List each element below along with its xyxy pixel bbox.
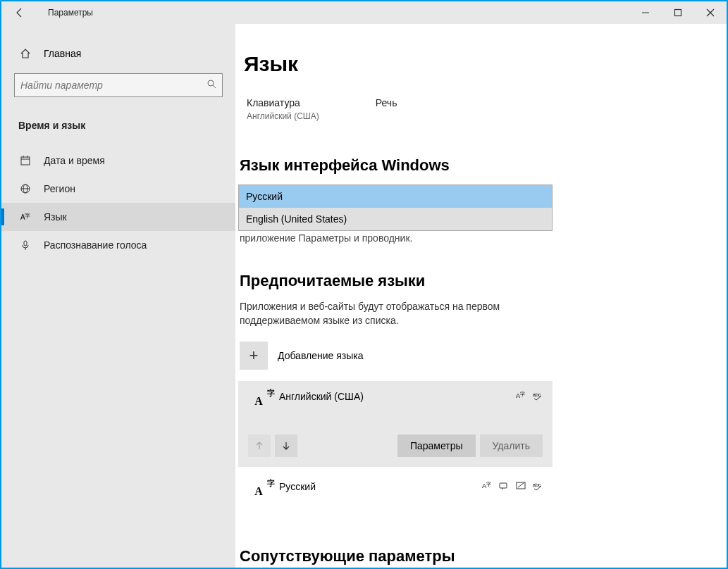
speech-label: Речь [376, 97, 397, 108]
category-heading: Время и язык [1, 111, 235, 139]
search-input[interactable] [20, 80, 206, 91]
display-language-heading: Язык интерфейса Windows [238, 156, 727, 175]
add-language-button[interactable]: + Добавление языка [238, 342, 727, 370]
svg-line-5 [213, 85, 216, 88]
language-card-russian[interactable]: A字 Русский A字 abc [238, 471, 553, 512]
globe-icon [18, 183, 32, 194]
dropdown-option-russian[interactable]: Русский [239, 185, 552, 208]
svg-text:字: 字 [486, 482, 491, 487]
svg-rect-1 [675, 10, 681, 16]
display-lang-icon: A字 [482, 481, 492, 493]
nav-language[interactable]: A字 Язык [1, 203, 235, 231]
truncated-description: приложение Параметры и проводник. [238, 232, 727, 244]
svg-text:abc: abc [533, 482, 541, 487]
home-link[interactable]: Главная [1, 41, 235, 66]
language-name: Английский (США) [279, 391, 516, 402]
handwriting-icon [516, 481, 526, 493]
nav-date-time[interactable]: Дата и время [1, 146, 235, 175]
language-icon: A字 [18, 211, 32, 223]
preferred-languages-heading: Предпочитаемые языки [238, 272, 727, 290]
tts-icon [499, 481, 509, 493]
home-icon [18, 48, 32, 59]
nav-region[interactable]: Регион [1, 175, 235, 203]
dropdown-option-english[interactable]: English (United States) [239, 208, 552, 230]
language-delete-button: Удалить [480, 434, 543, 457]
language-options-button[interactable]: Параметры [397, 434, 476, 457]
home-label: Главная [44, 48, 81, 59]
move-up-button [248, 434, 271, 457]
keyboard-label: Клавиатура [247, 97, 319, 108]
page-title: Язык [238, 52, 727, 76]
nav-label: Регион [44, 183, 75, 194]
language-name: Русский [279, 481, 482, 492]
svg-rect-6 [21, 157, 30, 165]
back-button[interactable] [8, 1, 31, 24]
spellcheck-icon: abc [533, 481, 543, 493]
svg-rect-22 [500, 483, 507, 488]
sidebar: Главная Время и язык Дата и время [1, 24, 235, 568]
language-glyph-icon: A字 [248, 391, 269, 412]
window-title: Параметры [48, 8, 93, 18]
maximize-button[interactable] [662, 1, 694, 24]
preferred-description: Приложения и веб-сайты будут отображатьс… [238, 300, 548, 327]
language-feature-badges: A字 abc [516, 391, 543, 403]
language-card-english[interactable]: A字 Английский (США) A字 abc [238, 381, 553, 467]
minimize-button[interactable] [629, 1, 662, 24]
svg-text:abc: abc [533, 392, 541, 397]
close-button[interactable] [694, 1, 727, 24]
microphone-icon [18, 239, 32, 251]
svg-text:字: 字 [25, 213, 30, 219]
search-icon [206, 79, 216, 92]
keyboard-value: Английский (США) [247, 111, 319, 121]
move-down-button[interactable] [275, 434, 297, 457]
plus-icon: + [240, 342, 268, 370]
related-settings-heading: Сопутствующие параметры [238, 547, 727, 565]
add-language-label: Добавление языка [278, 350, 364, 361]
calendar-icon [18, 155, 32, 166]
nav-label: Язык [44, 211, 67, 223]
language-glyph-icon: A字 [248, 481, 269, 502]
display-lang-icon: A字 [516, 391, 526, 403]
nav-label: Дата и время [44, 155, 105, 166]
keyboard-tile[interactable]: Клавиатура Английский (США) [247, 97, 319, 121]
language-feature-badges: A字 abc [482, 481, 543, 493]
nav-label: Распознавание голоса [44, 239, 147, 251]
nav-speech[interactable]: Распознавание голоса [1, 231, 235, 259]
search-box[interactable] [14, 73, 223, 97]
svg-text:字: 字 [520, 392, 525, 396]
spellcheck-icon: abc [533, 391, 543, 403]
svg-rect-15 [24, 241, 27, 246]
titlebar: Параметры [1, 1, 727, 24]
speech-tile[interactable]: Речь [376, 97, 397, 121]
display-language-dropdown[interactable]: Русский English (United States) [238, 185, 553, 231]
main-panel: Язык Клавиатура Английский (США) Речь Яз… [235, 24, 727, 568]
svg-point-4 [208, 80, 214, 86]
